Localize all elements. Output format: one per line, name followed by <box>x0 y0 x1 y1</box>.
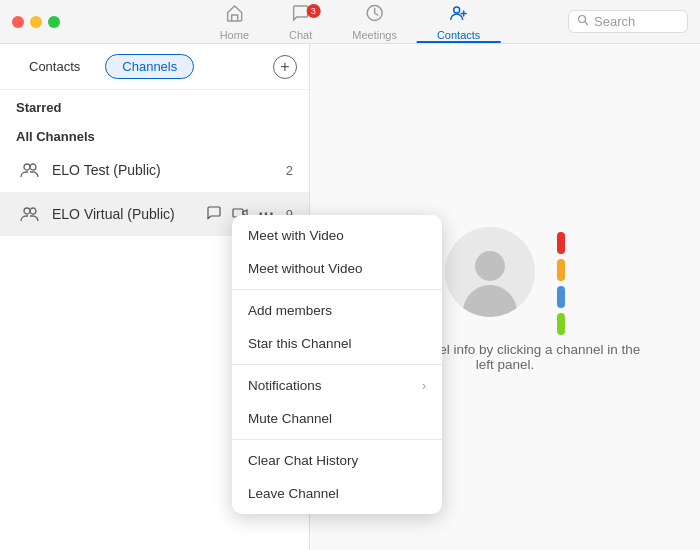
svg-point-2 <box>579 16 586 23</box>
contacts-tab-pill[interactable]: Contacts <box>12 54 97 79</box>
channel-elo-virtual-name: ELO Virtual (Public) <box>52 206 203 222</box>
avatar <box>445 227 535 317</box>
menu-add-members-label: Add members <box>248 303 332 318</box>
tab-home-label: Home <box>220 29 249 41</box>
channel-group-icon-2 <box>16 200 44 228</box>
placeholder-graphic <box>445 222 565 322</box>
home-icon <box>224 3 244 28</box>
tab-meetings[interactable]: Meetings <box>332 0 417 43</box>
menu-leave-channel[interactable]: Leave Channel <box>232 477 442 510</box>
search-icon <box>577 14 589 29</box>
svg-point-4 <box>30 164 36 170</box>
chat-action-icon[interactable] <box>203 203 225 226</box>
channel-group-icon <box>16 156 44 184</box>
menu-clear-history[interactable]: Clear Chat History <box>232 444 442 477</box>
main-content: Contacts Channels + Starred All Channels… <box>0 44 700 550</box>
title-bar: Home 3 Chat Meetings <box>0 0 700 44</box>
menu-notifications-label: Notifications <box>248 378 322 393</box>
tab-contacts-label: Contacts <box>437 29 480 41</box>
menu-add-members[interactable]: Add members <box>232 294 442 327</box>
minimize-button[interactable] <box>30 16 42 28</box>
nav-tabs: Home 3 Chat Meetings <box>200 0 501 43</box>
color-bar-yellow <box>557 259 565 281</box>
menu-divider-2 <box>232 364 442 365</box>
color-bar-green <box>557 313 565 335</box>
color-bar-blue <box>557 286 565 308</box>
channel-elo-test-count: 2 <box>286 163 293 178</box>
tab-meetings-label: Meetings <box>352 29 397 41</box>
menu-meet-video-label: Meet with Video <box>248 228 344 243</box>
chevron-right-icon: › <box>422 379 426 393</box>
color-bar-red <box>557 232 565 254</box>
svg-point-1 <box>454 7 460 13</box>
menu-divider-3 <box>232 439 442 440</box>
menu-notifications[interactable]: Notifications › <box>232 369 442 402</box>
search-bar[interactable]: Search <box>568 10 688 33</box>
window-controls <box>0 16 60 28</box>
tab-chat[interactable]: 3 Chat <box>269 0 332 43</box>
maximize-button[interactable] <box>48 16 60 28</box>
search-placeholder: Search <box>594 14 635 29</box>
svg-point-5 <box>24 208 30 214</box>
tab-home[interactable]: Home <box>200 0 269 43</box>
channel-item-elo-test[interactable]: ELO Test (Public) 2 <box>0 148 309 192</box>
channel-elo-test-name: ELO Test (Public) <box>52 162 286 178</box>
tab-switcher: Contacts Channels + <box>0 44 309 90</box>
menu-mute-channel[interactable]: Mute Channel <box>232 402 442 435</box>
menu-star-channel[interactable]: Star this Channel <box>232 327 442 360</box>
close-button[interactable] <box>12 16 24 28</box>
add-channel-button[interactable]: + <box>273 55 297 79</box>
contacts-icon <box>449 3 469 28</box>
menu-star-channel-label: Star this Channel <box>248 336 352 351</box>
menu-meet-no-video[interactable]: Meet without Video <box>232 252 442 285</box>
svg-point-3 <box>24 164 30 170</box>
menu-divider-1 <box>232 289 442 290</box>
menu-meet-no-video-label: Meet without Video <box>248 261 363 276</box>
all-channels-section-label: All Channels <box>0 119 309 148</box>
menu-clear-history-label: Clear Chat History <box>248 453 358 468</box>
plus-icon: + <box>280 59 289 75</box>
svg-point-6 <box>30 208 36 214</box>
avatar-head <box>475 251 505 281</box>
channels-tab-pill[interactable]: Channels <box>105 54 194 79</box>
context-menu: Meet with Video Meet without Video Add m… <box>232 215 442 514</box>
menu-mute-channel-label: Mute Channel <box>248 411 332 426</box>
meetings-icon <box>365 3 385 28</box>
color-bars <box>557 232 565 335</box>
tab-chat-label: Chat <box>289 29 312 41</box>
tab-contacts[interactable]: Contacts <box>417 0 500 43</box>
menu-leave-channel-label: Leave Channel <box>248 486 339 501</box>
chat-badge: 3 <box>306 4 320 18</box>
starred-section-label: Starred <box>0 90 309 119</box>
menu-meet-video[interactable]: Meet with Video <box>232 219 442 252</box>
avatar-body <box>463 285 517 317</box>
